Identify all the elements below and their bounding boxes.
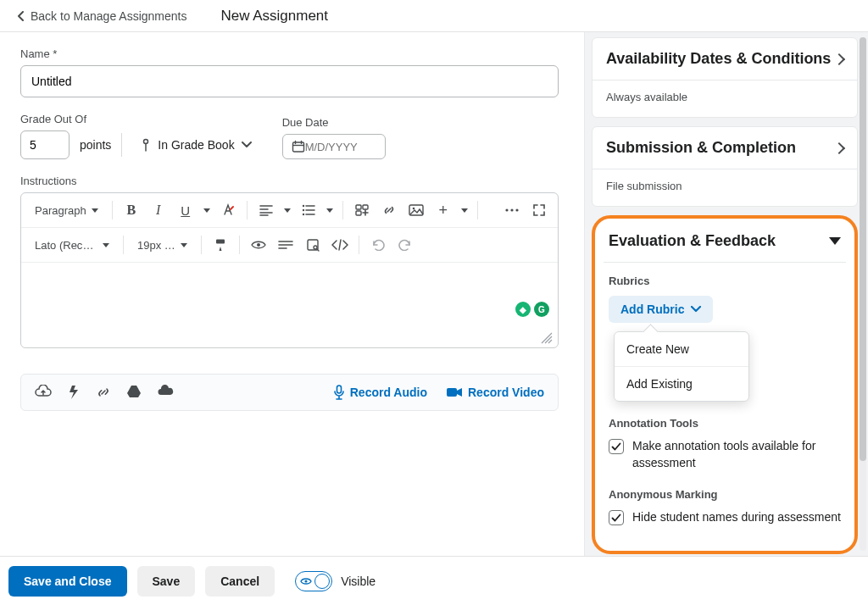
list-button[interactable]	[297, 198, 320, 222]
svg-rect-18	[447, 388, 457, 397]
availability-subtitle: Always available	[593, 80, 857, 117]
grammarly-badge-icon: ◆	[515, 302, 531, 317]
annotation-checkbox[interactable]	[609, 439, 624, 454]
text-color-icon	[221, 203, 235, 217]
list-more-button[interactable]	[324, 198, 336, 222]
scrollbar-thumb[interactable]	[860, 37, 866, 461]
add-existing-rubric-item[interactable]: Add Existing	[615, 367, 748, 401]
redo-button[interactable]	[393, 233, 417, 257]
submission-subtitle: File submission	[593, 169, 857, 206]
code-icon	[331, 239, 348, 251]
svg-rect-5	[356, 205, 361, 209]
preview-button[interactable]	[301, 233, 325, 257]
record-audio-button[interactable]: Record Audio	[333, 385, 427, 400]
cancel-button[interactable]: Cancel	[205, 566, 275, 597]
in-grade-book-dropdown[interactable]: In Grade Book	[132, 133, 259, 157]
add-rubric-button[interactable]: Add Rubric	[609, 296, 713, 323]
svg-point-11	[510, 208, 513, 211]
font-size-select[interactable]: 19px …	[131, 236, 194, 255]
record-video-label: Record Video	[468, 386, 544, 399]
accessibility-check-button[interactable]	[247, 233, 270, 257]
name-input[interactable]	[20, 65, 559, 97]
due-date-input[interactable]	[305, 141, 373, 153]
onedrive-button[interactable]	[157, 385, 174, 400]
svg-point-12	[515, 208, 518, 211]
cloud-upload-icon	[35, 385, 52, 398]
grammarly-g-icon: G	[534, 302, 549, 317]
grade-label: Grade Out Of	[20, 113, 260, 125]
evaluation-header[interactable]: Evaluation & Feedback	[595, 219, 854, 262]
quicklink-button[interactable]	[67, 385, 81, 400]
grammarly-widget[interactable]: ◆ G	[515, 302, 549, 317]
create-new-rubric-item[interactable]: Create New	[615, 332, 748, 366]
back-link-label: Back to Manage Assignments	[31, 9, 186, 23]
name-label: Name *	[20, 47, 564, 60]
microphone-icon	[333, 385, 345, 400]
anonymous-checkbox[interactable]	[609, 510, 624, 525]
footer: Save and Close Save Cancel Visible	[0, 556, 868, 605]
insert-link-button[interactable]	[377, 198, 401, 222]
google-drive-button[interactable]	[126, 385, 142, 400]
annotation-tools-label: Annotation Tools	[609, 417, 841, 430]
italic-button[interactable]: I	[147, 198, 170, 222]
font-family-select[interactable]: Lato (Recom…	[28, 236, 116, 255]
more-actions-button[interactable]	[500, 198, 524, 222]
sidebar: Availability Dates & Conditions Always a…	[584, 32, 868, 556]
check-icon	[611, 513, 621, 523]
upload-file-button[interactable]	[35, 385, 52, 400]
insert-more-button[interactable]: +	[431, 198, 455, 222]
grade-input[interactable]	[20, 130, 70, 159]
separator	[201, 236, 202, 254]
points-label: points	[80, 138, 111, 152]
add-rubric-dropdown: Create New Add Existing	[614, 331, 749, 402]
resize-handle[interactable]	[541, 332, 553, 344]
format-painter-button[interactable]	[209, 233, 232, 257]
insert-more-dropdown[interactable]	[459, 198, 470, 222]
evaluation-panel: Evaluation & Feedback Rubrics Add Rubric…	[592, 215, 858, 554]
availability-panel: Availability Dates & Conditions Always a…	[592, 37, 858, 118]
eye-icon	[300, 577, 312, 586]
word-count-button[interactable]	[274, 233, 298, 257]
text-color-button[interactable]	[216, 198, 240, 222]
anonymous-check-label: Hide student names during assessment	[632, 509, 841, 526]
submission-header[interactable]: Submission & Completion	[593, 127, 857, 169]
submission-title: Submission & Completion	[606, 139, 796, 157]
availability-header[interactable]: Availability Dates & Conditions	[593, 38, 857, 80]
attach-link-button[interactable]	[96, 385, 111, 400]
grade-scheme-icon	[141, 138, 151, 152]
rich-text-editor: Paragraph B I U	[20, 192, 559, 348]
source-code-button[interactable]	[328, 233, 352, 257]
fullscreen-button[interactable]	[527, 198, 551, 222]
separator	[123, 236, 124, 254]
format-painter-icon	[214, 238, 227, 252]
bold-button[interactable]: B	[120, 198, 143, 222]
undo-icon	[371, 239, 385, 251]
editor-body[interactable]: ◆ G	[21, 263, 558, 347]
block-style-select[interactable]: Paragraph	[28, 201, 105, 220]
svg-rect-7	[356, 211, 361, 215]
evaluation-title: Evaluation & Feedback	[609, 232, 776, 250]
due-date-field[interactable]	[282, 134, 386, 159]
undo-button[interactable]	[366, 233, 390, 257]
underline-more-button[interactable]	[201, 198, 213, 222]
record-video-button[interactable]: Record Video	[446, 385, 544, 400]
chevron-down-icon	[181, 243, 187, 247]
visibility-toggle[interactable]	[295, 571, 332, 591]
svg-rect-1	[292, 142, 303, 152]
align-button[interactable]	[254, 198, 278, 222]
save-button[interactable]: Save	[137, 566, 196, 597]
underline-button[interactable]: U	[174, 198, 198, 222]
chevron-right-icon	[833, 53, 845, 64]
quicklink-icon	[67, 385, 81, 400]
separator	[342, 201, 343, 219]
save-and-close-button[interactable]: Save and Close	[8, 566, 127, 597]
check-icon	[611, 441, 621, 452]
back-to-manage-link[interactable]: Back to Manage Assignments	[17, 9, 186, 23]
insert-stuff-button[interactable]	[350, 198, 374, 222]
anonymous-marking-label: Anonymous Marking	[609, 488, 841, 501]
chevron-down-icon	[242, 142, 252, 148]
align-more-button[interactable]	[281, 198, 293, 222]
attachments-bar: Record Audio Record Video	[20, 374, 559, 411]
link-icon	[96, 385, 111, 400]
insert-image-button[interactable]	[404, 198, 428, 222]
